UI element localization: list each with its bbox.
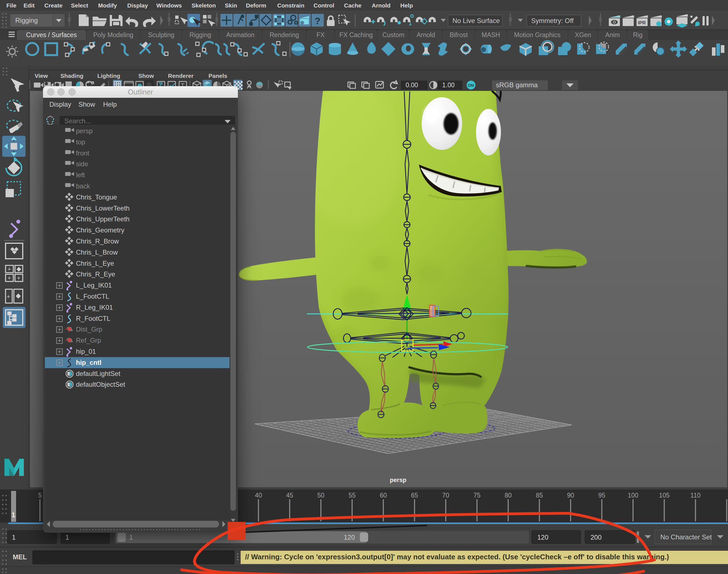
svg-text:No Character Set: No Character Set <box>660 533 712 541</box>
svg-text:IPR: IPR <box>638 20 646 26</box>
svg-text:1: 1 <box>66 534 69 541</box>
svg-text:90: 90 <box>567 492 574 499</box>
svg-text:// Warning: Cycle on 'expressi: // Warning: Cycle on 'expression3.output… <box>245 553 669 561</box>
svg-text:100: 100 <box>628 492 638 499</box>
svg-text:Rigging: Rigging <box>15 16 38 24</box>
svg-text:120: 120 <box>344 534 355 541</box>
svg-text:1: 1 <box>12 534 15 541</box>
svg-text:persp: persp <box>390 477 407 483</box>
svg-text:No Live Surface: No Live Surface <box>452 17 500 25</box>
svg-text:40: 40 <box>255 492 262 499</box>
svg-text:55: 55 <box>348 492 356 499</box>
svg-text:1: 1 <box>129 534 133 541</box>
svg-text:85: 85 <box>536 492 543 499</box>
svg-text:60: 60 <box>380 492 387 499</box>
svg-text:5: 5 <box>38 492 42 499</box>
svg-text:ON: ON <box>468 83 474 87</box>
svg-text:1: 1 <box>12 511 15 519</box>
svg-text:1.00: 1.00 <box>442 81 455 89</box>
svg-text:sRGB gamma: sRGB gamma <box>496 81 538 89</box>
svg-text:0.00: 0.00 <box>406 81 418 89</box>
svg-text:+: + <box>7 275 11 282</box>
svg-text:95: 95 <box>598 492 606 499</box>
svg-text:105: 105 <box>659 492 669 499</box>
svg-text:65: 65 <box>411 492 418 499</box>
svg-text:70: 70 <box>442 492 449 499</box>
svg-text:Symmetry: Off: Symmetry: Off <box>531 17 574 25</box>
svg-text:80: 80 <box>504 492 512 499</box>
svg-text:+: + <box>7 266 11 273</box>
svg-text:?: ? <box>315 15 320 26</box>
svg-text:120: 120 <box>537 534 548 541</box>
svg-text:110: 110 <box>690 492 700 499</box>
svg-text:200: 200 <box>590 534 602 541</box>
svg-text:+: + <box>17 275 21 282</box>
svg-text:+: + <box>7 293 10 300</box>
svg-text:MEL: MEL <box>13 553 27 561</box>
svg-text:45: 45 <box>286 492 293 499</box>
svg-text:75: 75 <box>473 492 481 499</box>
svg-text:50: 50 <box>317 492 324 499</box>
